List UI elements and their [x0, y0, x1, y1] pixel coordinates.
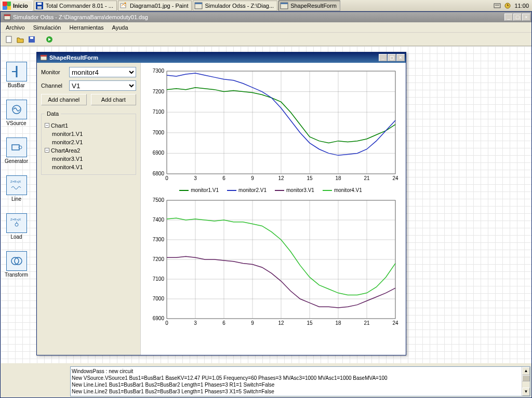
tree-node[interactable]: monitor3.V1	[45, 155, 132, 163]
component-palette: BusBar VSource Generator Z=R+jX Line Z=R…	[2, 62, 31, 278]
svg-text:6900: 6900	[153, 315, 165, 321]
chart-legend: monitor1.V1 monitor2.V1 monitor3.V1 moni…	[141, 185, 401, 195]
legend-label: monitor4.V1	[334, 187, 362, 193]
svg-rect-8	[281, 3, 288, 4]
tree-node[interactable]: monitor4.V1	[45, 163, 132, 171]
svg-rect-9	[494, 4, 500, 8]
task-label: Simulador Odss - Z:\Diag...	[205, 3, 274, 9]
svg-text:7200: 7200	[153, 89, 165, 94]
parent-titlebar[interactable]: Simulador Odss - Z:\DiagramaBarra\demodu…	[1, 12, 531, 22]
task-item[interactable]: ShapeResultForm	[278, 1, 340, 11]
task-label: Total Commander 8.01 - ...	[46, 3, 113, 9]
pal-busbar[interactable]: BusBar	[2, 62, 31, 88]
task-item[interactable]: Total Commander 8.01 - ...	[34, 1, 117, 11]
svg-text:7300: 7300	[153, 68, 165, 74]
line-icon: Z=R+jX	[6, 175, 27, 195]
svg-text:9: 9	[251, 175, 254, 181]
menu-archivo[interactable]: Archivo	[6, 24, 25, 31]
svg-text:6: 6	[222, 320, 225, 326]
maximize-button[interactable]: ▢	[513, 13, 522, 21]
collapse-icon[interactable]: −	[45, 148, 49, 153]
system-tray: 11:00	[490, 2, 532, 9]
channel-select[interactable]: V1	[69, 80, 136, 91]
legend-label: monitor1.V1	[191, 187, 219, 193]
clock-icon[interactable]	[504, 2, 511, 9]
pal-load[interactable]: Z=R+jX Load	[2, 213, 31, 240]
pal-transformer[interactable]: Transform	[2, 251, 31, 278]
shape-result-window: ShapeResultForm _ ▢ × Monitor monitor4 C…	[36, 52, 406, 355]
svg-text:0: 0	[165, 175, 168, 181]
tree-node[interactable]: − ChartArea2 monitor3.V1 monitor4.V1	[45, 146, 132, 171]
minimize-button[interactable]: _	[379, 54, 387, 61]
new-file-button[interactable]	[4, 34, 14, 45]
svg-text:Z=R+jX: Z=R+jX	[10, 180, 21, 183]
svg-text:7100: 7100	[153, 276, 165, 282]
collapse-icon[interactable]: −	[45, 123, 49, 128]
monitor-select[interactable]: monitor4	[69, 67, 136, 77]
task-item[interactable]: Simulador Odss - Z:\Diag...	[193, 1, 277, 11]
menubar: Archivo Simulación Herramientas Ayuda	[1, 22, 531, 33]
svg-text:24: 24	[392, 320, 398, 326]
pal-vsource[interactable]: VSource	[2, 100, 31, 126]
svg-text:21: 21	[364, 175, 370, 181]
svg-rect-1	[37, 3, 42, 5]
svg-text:18: 18	[335, 175, 341, 181]
maximize-button[interactable]: ▢	[388, 54, 396, 61]
svg-text:Z=R+jX: Z=R+jX	[10, 218, 21, 221]
charts-panel: 03691215182124680069007000710072007300 m…	[141, 63, 406, 355]
pal-label: BusBar	[8, 83, 25, 88]
close-button[interactable]: ×	[522, 13, 530, 21]
task-item[interactable]: Diagrama01.jpg - Paint	[118, 1, 192, 11]
pal-generator[interactable]: Generator	[2, 138, 31, 164]
add-chart-button[interactable]: Add chart	[91, 94, 137, 105]
parent-title: Simulador Odss - Z:\DiagramaBarra\demodu…	[13, 14, 504, 20]
start-button[interactable]: Inicio	[1, 1, 33, 11]
svg-text:6900: 6900	[153, 150, 165, 156]
legend-swatch	[275, 190, 284, 191]
child-titlebar[interactable]: ShapeResultForm _ ▢ ×	[37, 52, 406, 63]
log-line: WindowsPass : new circuit	[72, 368, 529, 375]
menu-ayuda[interactable]: Ayuda	[112, 24, 128, 31]
svg-text:9: 9	[251, 320, 254, 326]
load-icon: Z=R+jX	[6, 213, 27, 233]
svg-rect-6	[195, 3, 202, 4]
scroll-down-icon[interactable]: ▼	[522, 388, 530, 396]
legend-swatch	[179, 190, 189, 191]
menu-herramientas[interactable]: Herramientas	[70, 24, 104, 31]
start-label: Inicio	[13, 3, 28, 9]
svg-text:12: 12	[278, 320, 284, 326]
generator-icon	[6, 138, 27, 157]
svg-text:7100: 7100	[153, 109, 165, 115]
svg-text:3: 3	[194, 175, 197, 181]
run-button[interactable]	[44, 34, 55, 45]
pal-line[interactable]: Z=R+jX Line	[2, 175, 31, 202]
pal-label: VSource	[6, 120, 26, 126]
tree-node[interactable]: − Chart1 monitor1.V1 monitor2.V1	[45, 121, 132, 146]
svg-text:0: 0	[165, 320, 168, 326]
scroll-up-icon[interactable]: ▲	[522, 367, 530, 375]
close-button[interactable]: ×	[396, 54, 405, 61]
log-line: New VSource.VSource1 Bus1=BusBar1 BaseKV…	[72, 375, 529, 381]
add-channel-button[interactable]: Add channel	[41, 94, 87, 105]
open-file-button[interactable]	[15, 34, 25, 45]
log-scrollbar[interactable]: ▲ ▼	[522, 367, 530, 396]
scroll-thumb[interactable]	[522, 375, 530, 381]
svg-rect-16	[30, 37, 33, 39]
form-panel: Monitor monitor4 Channel V1 Add channel …	[37, 63, 141, 355]
svg-rect-13	[4, 15, 10, 16]
tree-node[interactable]: monitor2.V1	[45, 138, 132, 146]
svg-text:18: 18	[335, 320, 341, 326]
minimize-button[interactable]: _	[504, 13, 513, 21]
menu-simulacion[interactable]: Simulación	[33, 24, 61, 31]
task-label: Diagrama01.jpg - Paint	[130, 3, 189, 9]
keyboard-icon[interactable]	[494, 2, 501, 9]
monitor-label: Monitor	[41, 69, 69, 75]
save-file-button[interactable]	[26, 34, 37, 45]
svg-rect-28	[41, 55, 47, 57]
svg-text:7400: 7400	[153, 217, 165, 223]
svg-rect-14	[6, 36, 11, 43]
svg-text:15: 15	[307, 175, 313, 181]
tree-node[interactable]: monitor1.V1	[45, 130, 132, 138]
pal-label: Generator	[5, 158, 28, 164]
legend-swatch	[227, 190, 236, 191]
